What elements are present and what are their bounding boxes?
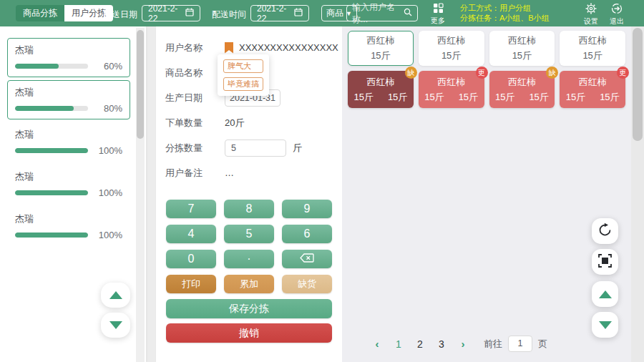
numeric-keypad: 7 8 9 4 5 6 0 · 打印 累加 缺货 bbox=[166, 200, 332, 293]
user-name: 杰瑞 bbox=[15, 86, 122, 99]
more-button[interactable]: 更多 bbox=[431, 3, 445, 26]
progress-track bbox=[15, 233, 88, 238]
key-dot[interactable]: · bbox=[224, 250, 274, 268]
save-sorting-button[interactable]: 保存分拣 bbox=[166, 299, 332, 318]
product-qty-sorted: 15斤 bbox=[459, 91, 478, 104]
user-list-item[interactable]: 杰瑞 100% bbox=[7, 165, 130, 204]
page-unit-label: 页 bbox=[538, 338, 547, 351]
key-7[interactable]: 7 bbox=[166, 200, 216, 218]
user-list-item[interactable]: 杰瑞 80% bbox=[7, 80, 130, 119]
production-date-label: 生产日期 bbox=[165, 92, 225, 104]
search-input[interactable]: 输入用户名称... bbox=[346, 5, 418, 21]
key-backspace[interactable] bbox=[282, 250, 332, 268]
delivery-time-value: 2021-2-22 bbox=[257, 4, 290, 24]
progress-percent: 80% bbox=[94, 103, 122, 114]
out-of-stock-button[interactable]: 缺货 bbox=[282, 275, 332, 293]
main-scrollbar-thumb[interactable] bbox=[633, 28, 643, 141]
settings-label: 设置 bbox=[584, 16, 598, 26]
pagination-page-3[interactable]: 3 bbox=[431, 338, 452, 350]
bookmark-icon[interactable] bbox=[225, 42, 233, 54]
user-list-item[interactable]: 杰瑞 100% bbox=[7, 207, 130, 246]
print-button[interactable]: 打印 bbox=[166, 275, 216, 293]
order-qty-label: 下单数量 bbox=[165, 117, 225, 129]
exit-button[interactable]: 退出 bbox=[610, 3, 624, 26]
user-name: 杰瑞 bbox=[15, 128, 122, 141]
product-qty-sorted: 15斤 bbox=[388, 91, 407, 104]
tab-product-sorting[interactable]: 商品分拣 bbox=[16, 5, 64, 21]
product-title: 西红柿 bbox=[508, 34, 536, 47]
pagination: ‹ 1 2 3 › 前往 1 页 bbox=[366, 336, 547, 352]
user-list-item[interactable]: 杰瑞 100% bbox=[7, 122, 130, 162]
delivery-time-label: 配送时间 bbox=[212, 9, 246, 21]
progress-fill bbox=[15, 106, 74, 111]
exit-icon bbox=[611, 3, 623, 16]
settings-button[interactable]: 设置 bbox=[584, 3, 598, 26]
product-title: 西红柿 bbox=[579, 76, 607, 89]
product-name-label: 商品名称 bbox=[165, 67, 225, 79]
pagination-prev-button[interactable]: ‹ bbox=[366, 338, 388, 350]
triangle-up-icon bbox=[109, 291, 122, 299]
progress-track bbox=[15, 190, 88, 195]
gear-icon bbox=[585, 3, 597, 16]
user-list-item[interactable]: 杰瑞 60% bbox=[7, 38, 130, 77]
task-info: 分工方式：用户分组 分拣任务：A小组、B小组 bbox=[460, 3, 550, 23]
product-cards-panel: 西红柿 15斤 西红柿 15斤 西红柿 15斤 西红柿 15斤 缺 西红柿 15… bbox=[342, 26, 631, 362]
product-qty-ordered: 15斤 bbox=[495, 91, 514, 104]
pagination-next-button[interactable]: › bbox=[452, 338, 474, 350]
product-card-sorted[interactable]: 缺 西红柿 15斤15斤 bbox=[489, 71, 555, 108]
product-qty-sorted: 15斤 bbox=[600, 91, 619, 104]
product-card-sorted[interactable]: 更 西红柿 15斤15斤 bbox=[560, 71, 625, 108]
accumulate-button[interactable]: 累加 bbox=[224, 275, 274, 293]
progress-track bbox=[15, 106, 88, 111]
product-title: 西红柿 bbox=[437, 76, 465, 89]
key-5[interactable]: 5 bbox=[224, 225, 274, 243]
progress-fill bbox=[15, 64, 59, 69]
search-placeholder: 输入用户名称... bbox=[352, 1, 404, 26]
fullscreen-icon bbox=[598, 254, 612, 270]
user-tag: 毕竟难搞 bbox=[223, 77, 263, 91]
progress-fill bbox=[15, 190, 88, 195]
triangle-down-icon bbox=[599, 321, 612, 329]
sidebar-scroll-down-button[interactable] bbox=[101, 313, 130, 338]
status-badge-missing: 缺 bbox=[405, 67, 417, 79]
product-card[interactable]: 西红柿 15斤 bbox=[419, 31, 484, 66]
pagination-page-2[interactable]: 2 bbox=[409, 338, 431, 350]
sidebar-scrollbar-thumb[interactable] bbox=[137, 30, 144, 139]
user-name: 杰瑞 bbox=[15, 170, 122, 183]
key-9[interactable]: 9 bbox=[282, 200, 332, 218]
key-8[interactable]: 8 bbox=[224, 200, 274, 218]
order-qty-value: 20斤 bbox=[225, 117, 244, 129]
sidebar-pager bbox=[101, 283, 130, 338]
key-0[interactable]: 0 bbox=[166, 250, 216, 268]
sidebar-scroll-up-button[interactable] bbox=[101, 283, 130, 308]
product-card-sorted[interactable]: 更 西红柿 15斤15斤 bbox=[419, 71, 484, 108]
calendar-icon bbox=[185, 8, 194, 19]
field-sort-qty: 分拣数量 5 斤 bbox=[156, 135, 342, 160]
search-icon bbox=[404, 8, 412, 19]
triangle-up-icon bbox=[599, 290, 612, 298]
key-4[interactable]: 4 bbox=[166, 225, 216, 243]
cards-scroll-down-button[interactable] bbox=[592, 312, 618, 338]
goto-page-input[interactable]: 1 bbox=[508, 336, 532, 352]
pagination-page-1[interactable]: 1 bbox=[388, 338, 409, 350]
mode-toggle: 商品分拣 用户分拣 bbox=[16, 5, 113, 21]
backspace-icon bbox=[300, 253, 314, 265]
sort-qty-input[interactable]: 5 bbox=[225, 140, 286, 157]
product-title: 西红柿 bbox=[579, 34, 607, 47]
product-card-sorted[interactable]: 缺 西红柿 15斤15斤 bbox=[348, 71, 414, 108]
undo-button[interactable]: 撤销 bbox=[166, 323, 332, 343]
remark-label: 用户备注 bbox=[165, 167, 225, 180]
delivery-time-input[interactable]: 2021-2-22 bbox=[250, 5, 309, 21]
topbar: 商品分拣 用户分拣 配送日期 2021-2-22 配送时间 2021-2-22 … bbox=[0, 0, 644, 26]
product-qty: 15斤 bbox=[441, 49, 461, 62]
cards-scroll-up-button[interactable] bbox=[592, 281, 618, 307]
product-card[interactable]: 西红柿 15斤 bbox=[560, 31, 625, 66]
fullscreen-button[interactable] bbox=[592, 249, 618, 275]
product-card[interactable]: 西红柿 15斤 bbox=[348, 31, 414, 66]
product-card[interactable]: 西红柿 15斤 bbox=[489, 31, 555, 66]
delivery-date-input[interactable]: 2021-2-22 bbox=[142, 5, 200, 21]
refresh-button[interactable] bbox=[592, 218, 618, 244]
main-scrollbar-track bbox=[631, 26, 644, 362]
key-6[interactable]: 6 bbox=[282, 225, 332, 243]
user-sidebar: 杰瑞 60% 杰瑞 80% 杰瑞 100% 杰瑞 100% 杰瑞 100% bbox=[0, 26, 146, 362]
